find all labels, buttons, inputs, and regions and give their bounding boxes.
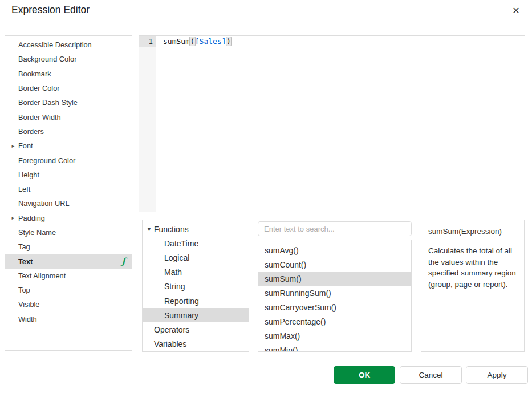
tree-node-math[interactable]: Math xyxy=(143,265,249,279)
tree-node-label: Summary xyxy=(164,311,198,320)
editor-gutter: 1 xyxy=(139,36,156,212)
page-title: Expression Editor xyxy=(11,4,90,16)
list-item-sumcarryoversum[interactable]: sumCarryoverSum() xyxy=(258,300,411,314)
list-item-label: sumMax() xyxy=(265,331,300,341)
property-item-border-width[interactable]: Border Width xyxy=(5,110,132,124)
property-label: Navigation URL xyxy=(18,199,70,208)
list-item-label: sumSum() xyxy=(265,274,302,283)
tree-node-reporting[interactable]: Reporting xyxy=(143,294,249,308)
code-token-field: [Sales] xyxy=(195,37,226,46)
property-item-navigation-url[interactable]: Navigation URL xyxy=(5,196,132,210)
function-description-panel: sumSum(Expression) Calculates the total … xyxy=(421,220,525,352)
property-label: Text xyxy=(18,257,33,266)
property-label: Border Dash Style xyxy=(18,98,78,107)
apply-button[interactable]: Apply xyxy=(466,366,528,384)
property-label: Bookmark xyxy=(18,70,51,78)
property-label: Border Width xyxy=(18,113,61,121)
list-item-label: sumCarryoverSum() xyxy=(265,303,336,312)
close-icon[interactable]: ✕ xyxy=(509,3,523,17)
cancel-button[interactable]: Cancel xyxy=(400,366,462,384)
property-label: Borders xyxy=(18,127,44,136)
property-label: Accessible Description xyxy=(18,40,92,49)
tree-node-logical[interactable]: Logical xyxy=(143,250,249,265)
tree-node-label: String xyxy=(164,282,185,291)
tree-node-functions[interactable]: ▼Functions xyxy=(143,222,249,236)
list-item-sumcount[interactable]: sumCount() xyxy=(258,257,411,272)
header-divider xyxy=(0,25,532,25)
property-item-top[interactable]: Top xyxy=(5,283,132,297)
code-editor[interactable]: sumSum([Sales]) xyxy=(156,36,525,212)
property-label: Visible xyxy=(18,300,39,309)
property-item-width[interactable]: Width xyxy=(5,312,132,326)
property-item-font[interactable]: ►Font xyxy=(5,139,132,153)
property-item-padding[interactable]: ►Padding xyxy=(5,211,132,225)
functions-list-panel: sumAvg() sumCount() sumSum() sumRunningS… xyxy=(258,240,412,352)
property-label: Left xyxy=(18,185,30,193)
property-item-style-name[interactable]: Style Name xyxy=(5,225,132,240)
tree-node-label: Functions xyxy=(154,225,189,234)
property-label: Text Alignment xyxy=(18,272,66,280)
function-description: Calculates the total of all the values w… xyxy=(428,245,517,290)
code-token-close-paren: ) xyxy=(226,37,232,46)
line-number: 1 xyxy=(139,36,156,47)
property-item-background-color[interactable]: Background Color xyxy=(5,52,132,66)
list-item-label: sumPercentage() xyxy=(265,317,326,326)
expression-editor-dialog: Expression Editor ✕ Accessible Descripti… xyxy=(0,0,532,393)
function-badge-icon: ƒ xyxy=(122,256,125,266)
property-label: Width xyxy=(18,315,37,323)
tree-node-datetime[interactable]: DateTime xyxy=(143,236,249,250)
code-token-function: sumSum xyxy=(163,37,190,46)
list-item-summin[interactable]: sumMin() xyxy=(258,343,411,352)
list-item-summax[interactable]: sumMax() xyxy=(258,329,411,343)
property-item-border-dash-style[interactable]: Border Dash Style xyxy=(5,95,132,110)
search-input[interactable] xyxy=(258,221,412,236)
property-item-height[interactable]: Height xyxy=(5,168,132,182)
chevron-right-icon[interactable]: ► xyxy=(11,216,15,221)
tree-node-label: DateTime xyxy=(164,239,198,248)
property-label: Padding xyxy=(18,214,45,222)
property-item-tag[interactable]: Tag xyxy=(5,240,132,254)
list-item-label: sumRunningSum() xyxy=(265,289,331,298)
list-item-label: sumMin() xyxy=(265,346,298,353)
list-item-sumsum[interactable]: sumSum() xyxy=(258,272,411,286)
tree-node-summary[interactable]: Summary xyxy=(143,308,249,322)
tree-node-label: Math xyxy=(164,268,182,277)
property-label: Top xyxy=(18,286,30,294)
tree-node-variables[interactable]: Variables xyxy=(143,337,249,351)
tree-node-operators[interactable]: Operators xyxy=(143,322,249,337)
list-item-sumrunningsum[interactable]: sumRunningSum() xyxy=(258,286,411,300)
property-item-text-alignment[interactable]: Text Alignment xyxy=(5,269,132,283)
property-label: Font xyxy=(18,141,33,150)
tree-node-label: Variables xyxy=(154,339,186,349)
property-item-foreground-color[interactable]: Foreground Color xyxy=(5,153,132,167)
text-cursor xyxy=(232,38,232,46)
list-item-sumpercentage[interactable]: sumPercentage() xyxy=(258,314,411,329)
property-item-borders[interactable]: Borders xyxy=(5,124,132,139)
property-item-border-color[interactable]: Border Color xyxy=(5,81,132,95)
properties-panel: Accessible Description Background Color … xyxy=(5,35,132,351)
list-item-label: sumAvg() xyxy=(265,246,299,255)
property-label: Border Color xyxy=(18,84,60,92)
tree-node-string[interactable]: String xyxy=(143,279,249,294)
list-item-label: sumCount() xyxy=(265,260,306,269)
tree-node-label: Operators xyxy=(154,325,189,334)
property-item-left[interactable]: Left xyxy=(5,182,132,196)
property-label: Height xyxy=(18,171,39,179)
property-label: Tag xyxy=(18,242,30,251)
property-label: Style Name xyxy=(18,228,56,237)
tree-node-label: Reporting xyxy=(164,297,199,306)
ok-button[interactable]: OK xyxy=(334,366,395,384)
property-item-accessible-description[interactable]: Accessible Description xyxy=(5,38,132,52)
list-item-sumavg[interactable]: sumAvg() xyxy=(258,243,411,257)
chevron-down-icon[interactable]: ▼ xyxy=(147,226,152,232)
property-item-bookmark[interactable]: Bookmark xyxy=(5,67,132,81)
code-editor-panel: 1 sumSum([Sales]) xyxy=(139,35,525,212)
chevron-right-icon[interactable]: ► xyxy=(11,143,15,148)
property-item-text[interactable]: Textƒ xyxy=(5,254,132,268)
property-item-visible[interactable]: Visible xyxy=(5,297,132,311)
property-label: Background Color xyxy=(18,55,76,63)
tree-node-label: Logical xyxy=(164,253,189,262)
functions-tree-panel: ▼Functions DateTime Logical Math String … xyxy=(142,220,249,352)
function-signature: sumSum(Expression) xyxy=(428,227,517,236)
property-label: Foreground Color xyxy=(18,156,75,165)
